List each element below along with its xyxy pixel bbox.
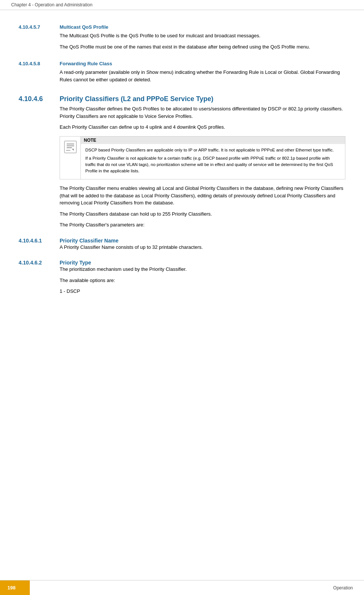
section-4-10-4-5-8-body: A read-only parameter (available only in…: [19, 69, 345, 87]
note-icon-col: [60, 137, 81, 179]
svg-rect-0: [64, 141, 76, 153]
section-4-10-4-6-2-title: Priority Type: [60, 260, 91, 266]
section-4-10-4-5-7-body: The Multicast QoS Profile is the QoS Pro…: [19, 32, 345, 54]
big-section-number: 4.10.4.6: [19, 95, 52, 103]
section-number-4-10-4-5-8: 4.10.4.5.8: [19, 61, 40, 66]
chapter-header: Chapter 4 - Operation and Administration: [0, 0, 364, 10]
para-4-10-4-6-2-1: The prioritization mechanism used by the…: [60, 266, 345, 273]
para-4-10-4-5-7-2: The QoS Profile must be one of the names…: [60, 43, 345, 51]
note-box: NOTE DSCP based Priority Classifiers are…: [60, 136, 345, 180]
page-number: 198: [0, 580, 30, 595]
section-4-10-4-6-2-header: 4.10.4.6.2 Priority Type: [19, 260, 345, 266]
section-title-4-10-4-5-8: Forwarding Rule Class: [60, 61, 112, 66]
para-4-10-4-6-4: The Priority Classifiers database can ho…: [60, 210, 345, 218]
para-4-10-4-5-8-1: A read-only parameter (available only in…: [60, 69, 345, 83]
note-icon: [64, 140, 77, 156]
section-4-10-4-6-1-num: 4.10.4.6.1: [19, 238, 52, 244]
note-para-2: If a Priority Classifier is not applicab…: [85, 155, 341, 174]
section-4-10-4-6-header: 4.10.4.6 Priority Classifiers (L2 and PP…: [19, 95, 345, 103]
chapter-header-text: Chapter 4 - Operation and Administration: [11, 2, 92, 7]
section-4-10-4-6-1-title: Priority Classifier Name: [60, 238, 118, 244]
main-content: 4.10.4.5.7 Multicast QoS Profile The Mul…: [0, 10, 364, 321]
section-4-10-4-6-2-num: 4.10.4.6.2: [19, 260, 52, 266]
svg-rect-4: [66, 150, 70, 151]
section-4-10-4-6-body: The Priority Classifier defines the QoS …: [19, 105, 345, 232]
section-4-10-4-5-7: 4.10.4.5.7 Multicast QoS Profile: [19, 24, 345, 30]
section-4-10-4-5-8: 4.10.4.5.8 Forwarding Rule Class: [19, 61, 345, 66]
para-4-10-4-6-2-3: 1 - DSCP: [60, 288, 345, 295]
big-section-title: Priority Classifiers (L2 and PPPoE Servi…: [60, 95, 345, 103]
para-4-10-4-6-1-1: A Priority Classifier Name consists of u…: [60, 244, 345, 251]
note-label: NOTE: [81, 137, 345, 144]
note-text-content: NOTE DSCP based Priority Classifiers are…: [81, 137, 345, 179]
footer-label: Operation: [30, 585, 364, 591]
section-4-10-4-6-1-body: A Priority Classifier Name consists of u…: [19, 244, 345, 255]
para-4-10-4-6-2-2: The available options are:: [60, 277, 345, 284]
page-footer: 198 Operation: [0, 580, 364, 595]
section-title-4-10-4-5-7: Multicast QoS Profile: [60, 24, 108, 30]
para-4-10-4-6-5: The Priority Classifier's parameters are…: [60, 221, 345, 229]
para-4-10-4-6-2: Each Priority Classifier can define up t…: [60, 123, 345, 131]
para-4-10-4-5-7-1: The Multicast QoS Profile is the QoS Pro…: [60, 32, 345, 40]
para-4-10-4-6-1: The Priority Classifier defines the QoS …: [60, 105, 345, 120]
section-4-10-4-6-2-body: The prioritization mechanism used by the…: [19, 266, 345, 299]
section-4-10-4-6-1-header: 4.10.4.6.1 Priority Classifier Name: [19, 238, 345, 244]
para-4-10-4-6-3: The Priority Classifier menu enables vie…: [60, 185, 345, 207]
section-number-4-10-4-5-7: 4.10.4.5.7: [19, 24, 40, 30]
note-para-1: DSCP based Priority Classifiers are appl…: [85, 147, 341, 153]
